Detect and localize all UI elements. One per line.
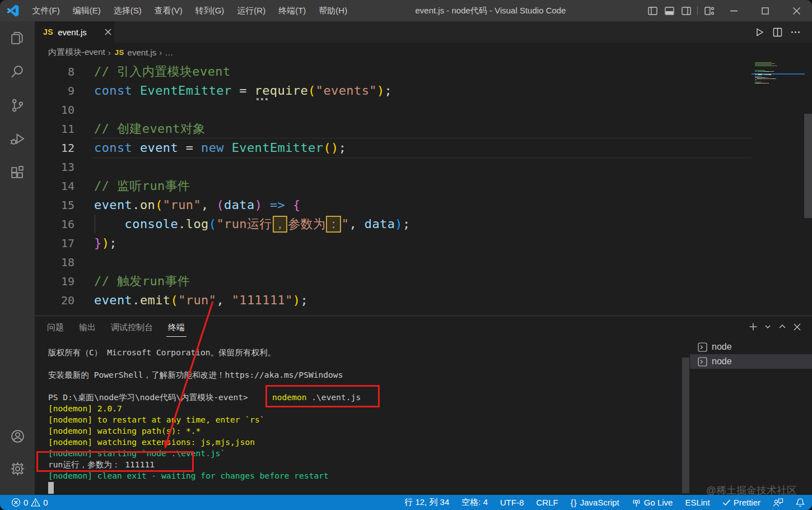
status-label: ESLint — [685, 498, 710, 507]
line-number: 16 — [35, 215, 74, 234]
menu-终端(T)[interactable]: 终端(T) — [272, 0, 312, 21]
code-text: // 创建event对象 — [94, 119, 206, 138]
terminal-line: 版权所有（C） Microsoft Corporation。保留所有权利。 — [48, 347, 681, 358]
tab-event-js[interactable]: JS event.js — [35, 21, 114, 43]
line-number: 8 — [35, 62, 74, 81]
menu-运行(R)[interactable]: 运行(R) — [231, 0, 272, 21]
code-text: // 触发run事件 — [94, 272, 190, 291]
editor-scrollbar-thumb[interactable] — [804, 114, 812, 218]
editor-scrollbar[interactable] — [804, 62, 812, 316]
menu-转到(G)[interactable]: 转到(G) — [189, 0, 231, 21]
status-label: 空格: 4 — [461, 497, 488, 508]
editor-actions — [750, 21, 804, 43]
panel-tab-调试控制台[interactable]: 调试控制台 — [111, 316, 153, 339]
layout-controls — [644, 0, 717, 21]
menu-文件(F)[interactable]: 文件(F) — [26, 0, 66, 21]
status-utf-8[interactable]: UTF-8 — [500, 495, 524, 510]
toggle-sidebar-icon[interactable] — [644, 0, 661, 21]
panel-tab-输出[interactable]: 输出 — [79, 316, 96, 339]
minimap-line-15 — [755, 77, 768, 78]
line-number: 14 — [35, 177, 74, 196]
menu-bar: 文件(F)编辑(E)选择(S)查看(V)转到(G)运行(R)终端(T)帮助(H) — [26, 0, 354, 21]
minimap-line-16 — [755, 78, 776, 79]
line-number: 19 — [35, 272, 74, 291]
js-file-icon: JS — [115, 48, 124, 57]
status-javascript[interactable]: {}JavaScript — [571, 495, 619, 510]
code-editor[interactable]: 8// 引入内置模块event9const EventEmitter = req… — [35, 62, 812, 316]
terminal-line: [nodemon] clean exit - waiting for chang… — [48, 470, 681, 481]
status-label: JavaScript — [580, 498, 619, 507]
toggle-panel-icon[interactable] — [661, 0, 678, 21]
line-number: 20 — [35, 291, 74, 310]
status-bar: 00 行 12, 列 34空格: 4UTF-8CRLF{}JavaScriptG… — [0, 495, 812, 510]
terminal-icon — [698, 342, 707, 352]
status-label: UTF-8 — [500, 498, 524, 507]
status-crlf[interactable]: CRLF — [536, 495, 558, 510]
terminal-list-item[interactable]: node — [690, 354, 812, 369]
run-file-icon[interactable] — [750, 21, 768, 43]
status--12-34[interactable]: 行 12, 列 34 — [404, 495, 449, 510]
line-number: 11 — [35, 119, 74, 138]
minimap-line-2 — [755, 63, 775, 64]
title-bar: 文件(F)编辑(E)选择(S)查看(V)转到(G)运行(R)终端(T)帮助(H)… — [0, 0, 812, 21]
menu-帮助(H)[interactable]: 帮助(H) — [312, 0, 354, 21]
line-number: 9 — [35, 81, 74, 100]
customize-layout-icon[interactable] — [701, 0, 717, 21]
code-text: console.log("run运行，参数为：", data); — [94, 215, 410, 234]
terminal-dropdown-icon[interactable] — [760, 316, 775, 337]
toggle-secondary-sidebar-icon[interactable] — [678, 0, 694, 21]
menu-查看(V)[interactable]: 查看(V) — [148, 0, 189, 21]
code-line-9: 9const EventEmitter = require("events"); — [35, 81, 812, 100]
maximize-panel-icon[interactable] — [775, 316, 790, 337]
source-control-icon[interactable] — [0, 92, 35, 119]
status--4[interactable]: 空格: 4 — [461, 495, 488, 510]
maximize-button[interactable] — [749, 0, 781, 21]
more-actions-icon[interactable] — [786, 21, 804, 43]
split-editor-icon[interactable] — [768, 21, 786, 43]
code-text: event.emit("run", "111111"); — [94, 291, 308, 310]
status-prettier[interactable]: Prettier — [722, 495, 760, 510]
minimap[interactable] — [752, 62, 805, 316]
status-label: CRLF — [536, 498, 558, 507]
menu-编辑(E)[interactable]: 编辑(E) — [66, 0, 107, 21]
new-terminal-icon[interactable] — [746, 316, 760, 337]
close-panel-icon[interactable] — [790, 316, 804, 337]
status-eslint[interactable]: ESLint — [685, 495, 710, 510]
code-line-19: 19// 触发run事件 — [35, 272, 812, 291]
breadcrumb-symbol[interactable]: … — [165, 48, 173, 57]
status-error-circle[interactable]: 0 — [11, 495, 28, 510]
code-line-14: 14// 监听run事件 — [35, 177, 812, 196]
account-icon[interactable] — [0, 423, 35, 449]
status-go-live[interactable]: Go Live — [632, 495, 673, 510]
menu-选择(S)[interactable]: 选择(S) — [107, 0, 148, 21]
search-icon[interactable] — [0, 58, 35, 85]
run-and-debug-icon[interactable] — [0, 126, 35, 152]
minimap-line-17 — [755, 80, 757, 80]
tab-close-icon[interactable] — [102, 26, 114, 38]
terminal-list: nodenode — [690, 340, 812, 369]
breadcrumb: 内置模块-event › JS event.js › … — [35, 43, 812, 62]
extensions-icon[interactable] — [0, 159, 35, 186]
minimize-button[interactable] — [718, 0, 749, 21]
terminal-line: [nodemon] watching path(s): *.* — [48, 425, 681, 437]
status-bell[interactable] — [796, 495, 805, 510]
terminal-scrollbar-thumb[interactable] — [682, 358, 689, 493]
code-line-21: 21 — [35, 310, 812, 316]
code-line-18: 18 — [35, 253, 812, 272]
breadcrumb-folder[interactable]: 内置模块-event — [48, 47, 105, 58]
terminal-list-item[interactable]: node — [690, 340, 812, 354]
code-text: event.on("run", (data) => { — [94, 196, 301, 215]
warning-triangle-icon — [31, 498, 40, 507]
breadcrumb-file[interactable]: event.js — [128, 48, 157, 57]
close-window-button[interactable] — [781, 0, 812, 21]
explorer-icon[interactable] — [0, 25, 35, 52]
titlebar-separator — [697, 6, 698, 15]
minimap-line-8 — [755, 70, 765, 71]
line-number: 12 — [35, 138, 74, 157]
panel-tab-终端[interactable]: 终端 — [168, 316, 185, 339]
status-feedback[interactable] — [773, 495, 783, 510]
window-title: event.js - node代码 - Visual Studio Code — [415, 0, 566, 21]
status-warning-triangle[interactable]: 0 — [31, 495, 48, 510]
settings-gear-icon[interactable] — [0, 455, 35, 482]
panel-tab-问题[interactable]: 问题 — [47, 316, 64, 339]
